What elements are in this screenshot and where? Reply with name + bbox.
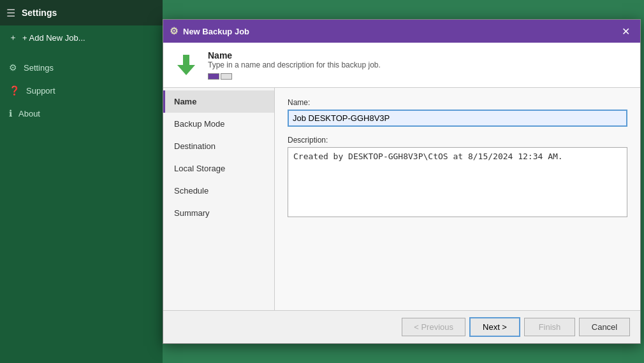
- sidebar-settings-label: Settings: [24, 63, 54, 73]
- wizard-step-summary[interactable]: Summary: [163, 202, 274, 224]
- next-button[interactable]: Next >: [469, 317, 520, 337]
- name-label: Name:: [288, 98, 627, 107]
- dialog-close-button[interactable]: ✕: [618, 24, 634, 39]
- sidebar-nav: ⚙ Settings ❓ Support ℹ About: [0, 56, 163, 125]
- download-icon: [173, 52, 199, 78]
- dialog-title: New Backup Job: [183, 27, 249, 36]
- modal-header: Name Type in a name and description for …: [163, 43, 640, 88]
- svg-rect-0: [183, 55, 189, 65]
- wizard-content: Name: Description:: [275, 88, 640, 310]
- wizard-step-schedule[interactable]: Schedule: [163, 180, 274, 202]
- step-2: [221, 73, 232, 80]
- modal-titlebar: ⚙ New Backup Job ✕: [163, 20, 640, 43]
- new-backup-job-dialog: ⚙ New Backup Job ✕ Name Type in a name a…: [163, 19, 641, 344]
- modal-header-title: Name: [208, 50, 381, 60]
- finish-button[interactable]: Finish: [524, 318, 575, 336]
- dialog-gear-icon: ⚙: [170, 25, 178, 37]
- add-icon: ＋: [9, 32, 17, 43]
- sidebar-about-label: About: [18, 109, 40, 118]
- wizard-step-backup-mode[interactable]: Backup Mode: [163, 113, 274, 135]
- sidebar: ☰ Settings ＋ + Add New Job... ⚙ Settings…: [0, 0, 163, 363]
- wizard-step-name[interactable]: Name: [163, 90, 274, 113]
- description-textarea[interactable]: [288, 147, 627, 217]
- description-field-group: Description:: [288, 136, 627, 219]
- sidebar-support-label: Support: [26, 86, 55, 96]
- info-icon: ℹ: [9, 108, 12, 118]
- support-icon: ❓: [9, 85, 20, 96]
- wizard-step-destination[interactable]: Destination: [163, 135, 274, 157]
- hamburger-icon[interactable]: ☰: [6, 7, 15, 19]
- name-field-group: Name:: [288, 98, 627, 127]
- wizard-step-local-storage[interactable]: Local Storage: [163, 157, 274, 180]
- name-input[interactable]: [288, 110, 627, 127]
- add-new-job-button[interactable]: ＋ + Add New Job...: [0, 25, 163, 50]
- sidebar-item-settings[interactable]: ⚙ Settings: [0, 56, 163, 79]
- modal-header-description: Type in a name and description for this …: [208, 60, 381, 69]
- previous-button[interactable]: < Previous: [402, 318, 465, 336]
- sidebar-header: ☰ Settings: [0, 0, 163, 25]
- add-new-job-label: + Add New Job...: [22, 33, 85, 43]
- modal-body: Name Backup Mode Destination Local Stora…: [163, 88, 640, 310]
- modal-titlebar-left: ⚙ New Backup Job: [170, 25, 249, 37]
- cancel-button[interactable]: Cancel: [579, 318, 630, 336]
- modal-footer: < Previous Next > Finish Cancel: [163, 310, 640, 343]
- sidebar-item-support[interactable]: ❓ Support: [0, 79, 163, 102]
- sidebar-item-about[interactable]: ℹ About: [0, 102, 163, 125]
- sidebar-title: Settings: [22, 8, 57, 18]
- description-label: Description:: [288, 136, 627, 145]
- svg-marker-1: [177, 65, 195, 75]
- step-1: [208, 73, 219, 80]
- modal-header-text: Name Type in a name and description for …: [208, 50, 381, 80]
- wizard-nav: Name Backup Mode Destination Local Stora…: [163, 88, 275, 310]
- step-bar: [208, 73, 381, 80]
- settings-icon: ⚙: [9, 62, 17, 73]
